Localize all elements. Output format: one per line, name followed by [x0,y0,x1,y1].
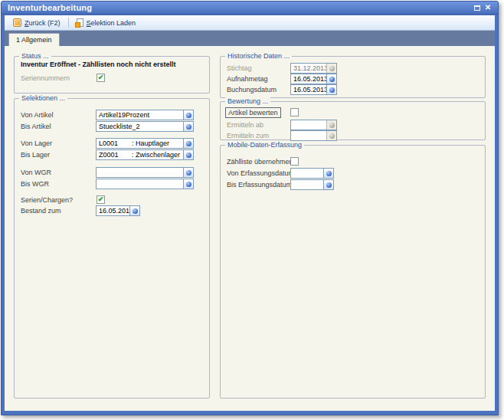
selektionen-group-title: Selektionen ... [19,94,67,102]
stichtag-label: Stichtag [227,63,252,74]
app-window: Inventurbearbeitung ✕ Zurück (F2) Selekt… [1,1,499,415]
toolbar-separator [68,18,69,28]
bewertung-group: Bewertung ... Artikel bewerten Ermitteln… [220,101,486,140]
buchungsdatum-label: Buchungsdatum [227,84,277,95]
restore-button[interactable] [472,3,483,13]
window-title: Inventurbearbeitung [8,3,472,12]
mobile-daten-group-title: Mobile-Daten-Erfassung [225,141,304,149]
aufnahmetag-label: Aufnahmetag [227,74,268,84]
stichtag-date-button [326,64,336,73]
bis-wgr-lookup-button[interactable] [183,179,193,189]
lookup-icon [186,124,191,130]
form-content: Status ... Inventur Eröffnet - Zählliste… [5,46,495,411]
bis-lager-label: Bis Lager [21,149,50,160]
bis-lager-field[interactable]: Z0001: Zwischenlager [96,149,194,160]
seriennummern-label: Seriennummern [21,73,70,84]
bewertung-group-title: Bewertung ... [225,97,270,105]
lookup-icon [186,153,191,158]
serien-chargen-checkbox[interactable]: ✔ [97,195,105,204]
bis-wgr-field[interactable] [96,179,194,189]
check-icon: ✔ [98,74,104,81]
ermitteln-ab-field [290,120,337,130]
von-erfassungsdatum-date-button[interactable] [323,169,333,178]
lookup-icon [186,170,191,176]
selektionen-group: Selektionen ... Von Artikel Artikel19Pro… [14,98,210,399]
close-button[interactable]: ✕ [483,3,493,13]
historische-daten-group-title: Historische Daten ... [225,52,292,60]
ermitteln-zum-field [290,130,337,141]
lookup-icon [329,66,335,71]
artikel-bewerten-label: Artikel bewerten [225,107,281,118]
tab-allgemein[interactable]: 1 Allgemein [8,33,60,46]
status-group: Status ... Inventur Eröffnet - Zählliste… [14,56,210,94]
bis-artikel-label: Bis Artikel [21,121,51,132]
artikel-bewerten-checkbox[interactable] [290,108,299,116]
lookup-icon [186,113,191,118]
load-selection-label: Selektion Laden [87,19,136,27]
aufnahmetag-date-button[interactable] [326,74,336,84]
load-selection-icon [77,18,83,27]
von-erfassungsdatum-field[interactable] [290,168,334,179]
lookup-icon [133,208,138,214]
lookup-icon [329,133,335,139]
buchungsdatum-field[interactable]: 16.05.2013 /Do [290,84,337,95]
status-group-title: Status ... [19,52,51,60]
bis-erfassungsdatum-field[interactable] [290,179,334,190]
historische-daten-group: Historische Daten ... Stichtag 31.12.201… [220,56,486,98]
ermitteln-zum-date-button [326,131,336,140]
bis-artikel-field[interactable]: Stueckliste_2 [96,121,194,132]
lookup-icon [326,171,332,176]
lookup-icon [186,182,191,187]
lookup-icon [329,77,335,82]
restore-icon [474,5,480,11]
lookup-icon [186,141,191,146]
von-artikel-label: Von Artikel [21,110,54,120]
von-wgr-field[interactable] [96,167,194,178]
bis-erfassungsdatum-label: Bis Erfassungsdatum [227,179,292,190]
ermitteln-ab-label: Ermitteln ab [227,120,263,130]
status-message: Inventur Eröffnet - Zähllisten noch nich… [21,61,176,68]
toolbar: Zurück (F2) Selektion Laden [5,15,495,31]
von-lager-lookup-button[interactable] [183,139,193,148]
aufnahmetag-field[interactable]: 16.05.2013 /Do [290,74,337,84]
mobile-daten-erfassung-group: Mobile-Daten-Erfassung Zählliste überneh… [220,145,486,399]
seriennummern-checkbox[interactable]: ✔ [97,74,105,82]
buchungsdatum-date-button[interactable] [326,85,336,94]
serien-chargen-label: Serien/Chargen? [21,195,73,205]
bestand-zum-label: Bestand zum [21,205,61,216]
close-icon: ✕ [485,4,491,11]
back-button-label: Zurück (F2) [25,19,61,27]
zaehlliste-uebernehmen-label: Zählliste übernehmen [227,156,293,167]
bestand-zum-field[interactable]: 16.05.2013 /Do [96,205,140,216]
bestand-zum-date-button[interactable] [129,206,139,215]
lookup-icon [329,87,335,93]
ermitteln-zum-label: Ermitteln zum [227,130,269,141]
window-body: Zurück (F2) Selektion Laden 1 Allgemein … [5,15,495,411]
bis-lager-lookup-button[interactable] [183,150,193,159]
bis-erfassungsdatum-date-button[interactable] [323,180,333,189]
von-erfassungsdatum-label: Von Erfassungsdatum [227,168,294,179]
von-lager-label: Von Lager [21,138,52,149]
ermitteln-ab-date-button [326,120,336,130]
load-selection-button[interactable]: Selektion Laden [73,18,140,28]
von-wgr-label: Von WGR [21,167,51,178]
back-button[interactable]: Zurück (F2) [9,18,64,28]
lookup-icon [326,182,332,188]
back-icon [13,18,21,27]
von-wgr-lookup-button[interactable] [183,168,193,177]
lookup-icon [329,123,335,128]
von-lager-field[interactable]: L0001: Hauptlager [96,138,194,149]
von-artikel-field[interactable]: Artikel19Prozent [96,110,194,120]
stichtag-field: 31.12.2013 /Di [290,63,337,74]
title-bar[interactable]: Inventurbearbeitung ✕ [2,2,498,15]
zaehlliste-uebernehmen-checkbox[interactable] [290,157,299,166]
von-artikel-lookup-button[interactable] [183,110,193,120]
bis-wgr-label: Bis WGR [21,179,49,189]
check-icon: ✔ [98,196,104,203]
tab-strip: 1 Allgemein [5,31,495,46]
bis-artikel-lookup-button[interactable] [183,122,193,131]
